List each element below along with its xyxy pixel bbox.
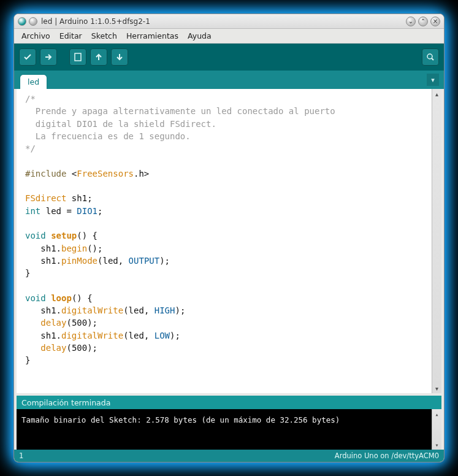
code-line: /* bbox=[25, 94, 36, 104]
scroll-up-icon[interactable]: ▴ bbox=[432, 89, 441, 99]
code-token bbox=[25, 343, 40, 353]
save-button[interactable] bbox=[111, 48, 128, 66]
tab-bar: led ▾ bbox=[14, 71, 444, 89]
code-token: pinMode bbox=[61, 256, 97, 266]
code-token: () { bbox=[72, 293, 93, 303]
serial-monitor-icon bbox=[426, 52, 435, 62]
menu-ayuda[interactable]: Ayuda bbox=[184, 30, 215, 42]
code-line: digital DIO1 de la shield FSdirect. bbox=[25, 119, 216, 129]
code-token: led = bbox=[40, 206, 77, 216]
menu-sketch[interactable]: Sketch bbox=[88, 30, 121, 42]
status-text: Compilación terminada bbox=[21, 398, 110, 407]
arduino-ide-window: led | Arduino 1:1.0.5+dfsg2-1 ⌄ ⌃ × Arch… bbox=[13, 13, 445, 463]
code-token: (led, bbox=[123, 331, 155, 340]
code-token: sh1. bbox=[25, 244, 61, 253]
code-token: LOW bbox=[155, 331, 170, 340]
scroll-down-icon[interactable]: ▾ bbox=[432, 383, 441, 393]
minimize-button[interactable]: ⌄ bbox=[406, 17, 416, 26]
tab-led[interactable]: led bbox=[20, 75, 47, 89]
code-token: digitalWrite bbox=[61, 305, 123, 315]
svg-rect-0 bbox=[75, 53, 81, 61]
code-token: int bbox=[25, 206, 40, 216]
app-icon-secondary bbox=[29, 17, 37, 26]
code-token: (led, bbox=[97, 256, 129, 266]
code-token: sh1. bbox=[25, 331, 61, 340]
new-file-icon bbox=[73, 52, 83, 62]
code-token: ); bbox=[175, 305, 185, 315]
code-token: .h> bbox=[134, 169, 149, 178]
code-token: DIO1 bbox=[77, 206, 97, 216]
editor-area: /* Prende y apaga alternativamente un le… bbox=[17, 89, 441, 393]
tab-menu-button[interactable]: ▾ bbox=[427, 74, 439, 86]
code-token: () { bbox=[77, 231, 97, 240]
code-token: digitalWrite bbox=[61, 331, 123, 340]
code-token: FSdirect bbox=[25, 193, 66, 203]
close-button[interactable]: × bbox=[430, 17, 440, 26]
code-token: begin bbox=[61, 244, 87, 253]
console-scrollbar[interactable]: ▴ ▾ bbox=[432, 409, 441, 450]
code-token: (led, bbox=[123, 305, 155, 315]
code-line: La frecuencia es de 1 segundo. bbox=[25, 131, 191, 141]
code-token: (500); bbox=[66, 318, 97, 328]
code-token: sh1; bbox=[66, 193, 92, 203]
code-token: FreeSensors bbox=[77, 169, 134, 178]
code-token: HIGH bbox=[155, 305, 175, 315]
code-token: ; bbox=[97, 206, 102, 216]
new-button[interactable] bbox=[69, 48, 86, 66]
code-token: ); bbox=[159, 256, 170, 266]
scroll-up-icon[interactable]: ▴ bbox=[432, 409, 441, 419]
code-token bbox=[46, 293, 51, 303]
code-token: ); bbox=[170, 331, 180, 340]
maximize-button[interactable]: ⌃ bbox=[418, 17, 428, 26]
titlebar[interactable]: led | Arduino 1:1.0.5+dfsg2-1 ⌄ ⌃ × bbox=[14, 14, 444, 29]
svg-point-1 bbox=[427, 54, 432, 59]
code-token: void bbox=[25, 293, 46, 303]
code-token: } bbox=[25, 355, 30, 365]
code-token: delay bbox=[40, 343, 66, 353]
menu-archivo[interactable]: Archivo bbox=[18, 30, 54, 42]
code-token bbox=[46, 231, 51, 240]
board-port-info: Arduino Uno on /dev/ttyACM0 bbox=[335, 451, 439, 460]
code-token: sh1. bbox=[25, 305, 61, 315]
code-line: Prende y apaga alternativamente un led c… bbox=[25, 106, 335, 116]
code-token: OUTPUT bbox=[129, 256, 160, 266]
serial-monitor-button[interactable] bbox=[422, 48, 439, 66]
code-token bbox=[25, 318, 40, 328]
code-token: } bbox=[25, 268, 30, 278]
code-token: #include bbox=[25, 169, 72, 178]
menu-herramientas[interactable]: Herramientas bbox=[123, 30, 182, 42]
code-token: (); bbox=[87, 244, 102, 253]
code-editor[interactable]: /* Prende y apaga alternativamente un le… bbox=[17, 89, 432, 393]
code-token: loop bbox=[51, 293, 72, 303]
upload-button[interactable] bbox=[40, 48, 57, 66]
menu-bar: Archivo Editar Sketch Herramientas Ayuda bbox=[14, 29, 444, 44]
open-button[interactable] bbox=[90, 48, 107, 66]
scroll-down-icon[interactable]: ▾ bbox=[432, 440, 441, 450]
code-token: (500); bbox=[66, 343, 97, 353]
arrow-up-icon bbox=[94, 52, 104, 62]
status-bar: Compilación terminada bbox=[17, 396, 441, 409]
arrow-down-icon bbox=[115, 52, 124, 62]
code-token: delay bbox=[40, 318, 66, 328]
verify-button[interactable] bbox=[19, 48, 36, 66]
code-token: sh1. bbox=[25, 256, 61, 266]
vertical-scrollbar[interactable]: ▴ ▾ bbox=[432, 89, 441, 393]
menu-editar[interactable]: Editar bbox=[56, 30, 86, 42]
console-output[interactable]: Tamaño binario del Sketch: 2.578 bytes (… bbox=[17, 409, 432, 450]
code-line: */ bbox=[25, 144, 36, 153]
code-token: setup bbox=[51, 231, 77, 240]
footer-bar: 1 Arduino Uno on /dev/ttyACM0 bbox=[14, 450, 444, 462]
code-token: void bbox=[25, 231, 46, 240]
toolbar bbox=[14, 44, 444, 71]
window-title: led | Arduino 1:1.0.5+dfsg2-1 bbox=[41, 17, 406, 26]
app-icon bbox=[18, 17, 26, 26]
arrow-right-icon bbox=[44, 52, 53, 62]
line-number: 1 bbox=[19, 451, 23, 460]
check-icon bbox=[23, 52, 32, 62]
console-area: Tamaño binario del Sketch: 2.578 bytes (… bbox=[17, 409, 441, 450]
